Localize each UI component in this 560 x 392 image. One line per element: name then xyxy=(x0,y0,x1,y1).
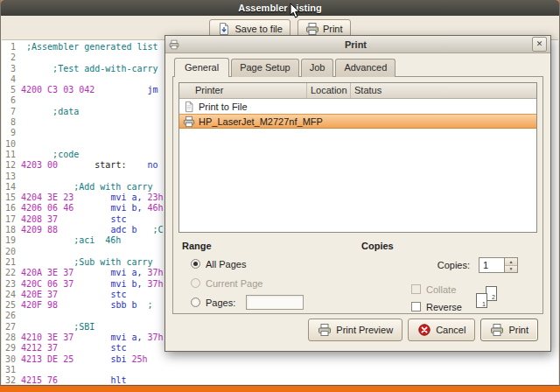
copies-label: Copies: xyxy=(438,260,470,270)
code-space xyxy=(74,192,110,202)
line-number: 5 xyxy=(4,85,16,95)
line-code: ;Assembler generated list xyxy=(21,42,158,52)
code-adr: 4204 3E 23 xyxy=(21,192,74,202)
line-number: 4 xyxy=(4,74,16,85)
pages-input[interactable] xyxy=(246,295,304,310)
cancel-button[interactable]: Cancel xyxy=(408,318,475,341)
line-number: 29 xyxy=(4,343,16,354)
copies-row: Copies: 1 ▲ ▼ xyxy=(361,257,534,273)
print-button-label: Print xyxy=(323,24,343,34)
line-number: 6 xyxy=(4,95,16,106)
collate-checkbox[interactable]: Collate xyxy=(411,284,462,295)
code-cmt: ;Sub with carry xyxy=(21,257,153,267)
print-preview-button[interactable]: Print Preview xyxy=(308,318,402,341)
code-lit: 37h xyxy=(148,279,164,289)
tab-general[interactable]: General xyxy=(174,58,229,77)
code-kw: stc xyxy=(110,343,126,353)
listing-line: 324215 76 hlt xyxy=(4,375,558,384)
code-adr: 4215 76 xyxy=(21,375,58,384)
line-number: 27 xyxy=(4,322,16,332)
copies-spinner[interactable]: 1 ▲ ▼ xyxy=(479,257,518,273)
checkbox-icon xyxy=(411,302,421,312)
code-adr: 420A 3E 37 xyxy=(21,268,74,277)
line-number: 25 xyxy=(4,300,16,311)
line-code: 4208 37 stc xyxy=(21,214,126,224)
code-adr: 4210 3E 37 xyxy=(21,332,74,342)
spin-up-icon[interactable]: ▲ xyxy=(505,258,517,266)
print-dialog: Print ✕ General Page Setup Job Advanced … xyxy=(164,35,551,352)
code-space xyxy=(74,332,110,342)
line-code: 4203 00 start: no xyxy=(21,160,158,170)
printer-icon xyxy=(490,323,504,337)
code-kw: no xyxy=(148,160,158,170)
tab-page-setup[interactable]: Page Setup xyxy=(231,59,299,77)
code-cmt: ;Assembler generated list xyxy=(21,42,158,52)
line-number: 26 xyxy=(4,311,16,321)
line-number: 28 xyxy=(4,332,16,343)
line-number: 15 xyxy=(4,192,16,203)
code-adr: 4200 C3 03 042 xyxy=(21,85,94,94)
line-code: 420E 37 stc xyxy=(21,290,126,299)
code-space xyxy=(136,300,147,310)
code-space xyxy=(74,279,110,289)
line-code: ;Sub with carry xyxy=(21,257,153,267)
code-lbl: start: xyxy=(94,160,126,170)
code-kw: mvi a, xyxy=(110,268,147,277)
radio-current-page[interactable]: Current Page xyxy=(191,276,354,290)
tab-advanced[interactable]: Advanced xyxy=(335,59,396,77)
line-number: 18 xyxy=(4,225,16,235)
printer-row-print-to-file[interactable]: Print to File xyxy=(179,99,536,114)
radio-all-pages[interactable]: All Pages xyxy=(191,257,354,270)
mouse-cursor xyxy=(290,3,300,19)
close-icon[interactable]: ✕ xyxy=(532,37,547,52)
line-number: 13 xyxy=(4,172,16,182)
tab-panel-general: Printer Location Status Print to File HP… xyxy=(172,76,543,314)
code-adr: 420E 37 xyxy=(21,290,58,299)
code-cmt: ; xyxy=(148,300,153,310)
printer-list-header: Printer Location Status xyxy=(179,83,536,99)
dialog-print-button[interactable]: Print xyxy=(480,318,538,341)
line-code: ;aci 46h xyxy=(21,235,121,245)
tab-job[interactable]: Job xyxy=(301,59,334,77)
column-header-location[interactable]: Location xyxy=(307,83,351,98)
dialog-titlebar[interactable]: Print ✕ xyxy=(165,36,550,53)
copies-value[interactable]: 1 xyxy=(480,258,504,272)
reverse-checkbox[interactable]: Reverse xyxy=(411,301,462,312)
line-number: 12 xyxy=(4,160,16,171)
radio-pages[interactable]: Pages: xyxy=(191,296,354,309)
line-number: 14 xyxy=(4,182,16,192)
code-cmt: ;SBI xyxy=(21,322,94,332)
code-adr: 4209 88 xyxy=(21,225,58,234)
code-kw: jm xyxy=(148,85,158,94)
copies-section: Copies Copies: 1 ▲ ▼ xyxy=(358,241,537,315)
column-header-printer[interactable]: Printer xyxy=(179,83,307,98)
line-number: 21 xyxy=(4,257,16,268)
dialog-title: Print xyxy=(179,39,532,50)
code-space xyxy=(74,268,110,277)
printer-row-hp-laserjet[interactable]: HP_LaserJet_M2727nf_MFP xyxy=(179,114,536,129)
code-space xyxy=(136,225,152,234)
radio-button-icon xyxy=(191,298,200,307)
code-adr: 4213 DE 25 xyxy=(21,354,74,364)
code-kw: sbi xyxy=(110,354,131,364)
spin-down-icon[interactable]: ▼ xyxy=(505,266,517,273)
page-1-icon: 1 xyxy=(476,293,487,308)
line-code: ;Add with carry xyxy=(21,182,153,192)
line-code: 420F 98 sbb b ; xyxy=(21,300,153,310)
code-cmt: ;code xyxy=(21,150,79,159)
line-number: 32 xyxy=(4,375,16,384)
range-section-title: Range xyxy=(182,241,354,251)
print-preview-icon xyxy=(318,323,332,337)
code-space xyxy=(58,160,94,170)
print-preview-label: Print Preview xyxy=(336,325,393,335)
line-number: 31 xyxy=(4,365,16,375)
radio-button-icon xyxy=(191,278,200,288)
print-options: Range All Pages Current Page Pages: xyxy=(178,241,537,315)
column-header-status[interactable]: Status xyxy=(351,83,536,98)
collate-pages-icon: 2 1 xyxy=(476,286,499,310)
titlebar[interactable]: Assembler Listing xyxy=(1,0,559,16)
radio-label: Pages: xyxy=(206,298,235,308)
printer-name: HP_LaserJet_M2727nf_MFP xyxy=(199,116,323,127)
code-space xyxy=(58,343,110,353)
line-number: 9 xyxy=(4,128,16,138)
